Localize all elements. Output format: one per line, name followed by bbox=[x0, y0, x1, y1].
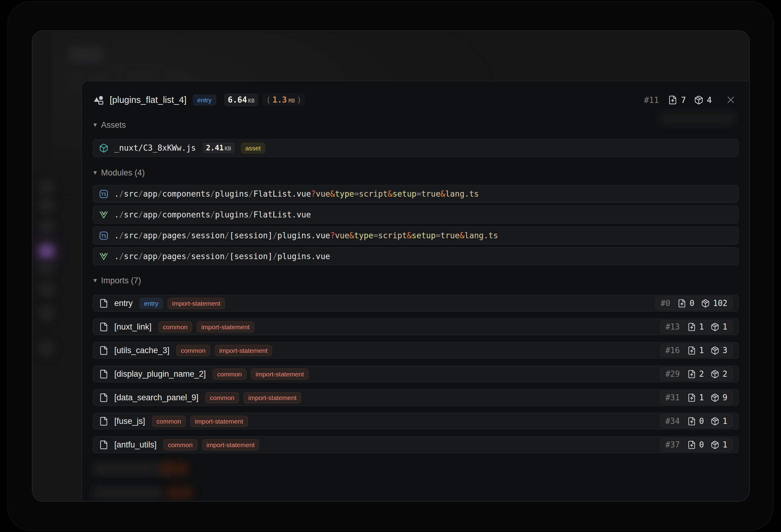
chunk-size-chip: 6.64 KB bbox=[224, 93, 258, 106]
file-import-icon bbox=[668, 95, 677, 105]
import-statement-badge: import-statement bbox=[215, 345, 273, 356]
vue-icon bbox=[99, 210, 109, 220]
close-icon bbox=[726, 95, 736, 105]
import-row[interactable]: [display_plugin_name_2]commonimport-stat… bbox=[93, 366, 739, 382]
assets-section-label: Assets bbox=[101, 120, 126, 130]
import-modules-count: 1 bbox=[723, 440, 727, 449]
sidebar-icon-blurred bbox=[39, 197, 54, 214]
assets-section-header[interactable]: ▼ Assets bbox=[92, 120, 126, 130]
blurred-tab bbox=[168, 74, 192, 82]
chunk-total-value: 1.3 bbox=[273, 95, 287, 104]
sidebar-icon-blurred bbox=[39, 180, 54, 196]
chunk-total-size-chip: ( 1.3 MB ) bbox=[262, 93, 305, 106]
imports-section-header[interactable]: ▼ Imports (7) bbox=[92, 276, 141, 285]
file-import-icon bbox=[687, 346, 696, 355]
import-badges: commonimport-statement bbox=[158, 321, 254, 332]
import-statement-badge: import-statement bbox=[168, 298, 225, 309]
module-row[interactable]: ./src/app/pages/session/[session]/plugin… bbox=[93, 248, 739, 265]
chunk-icon bbox=[93, 94, 104, 106]
common-badge: common bbox=[205, 392, 239, 403]
import-imports-count: 1 bbox=[699, 393, 704, 402]
header-modules-count: 4 bbox=[707, 95, 712, 105]
import-modules-count: 3 bbox=[723, 346, 727, 355]
import-row[interactable]: [data_search_panel_9]commonimport-statem… bbox=[93, 389, 739, 406]
chunk-total-unit: MB bbox=[288, 97, 295, 104]
module-path: ./src/app/components/plugins/FlatList.vu… bbox=[114, 210, 311, 219]
import-stats: #3701 bbox=[660, 438, 733, 451]
import-stats: #3119 bbox=[660, 391, 733, 404]
import-chunk-id: #0 bbox=[661, 299, 670, 308]
modules-list: TS./src/app/components/plugins/FlatList.… bbox=[93, 185, 739, 268]
app-window: [plugins_flat_list_4] entry 6.64 KB ( 1.… bbox=[32, 30, 750, 502]
modules-section-label: Modules (4) bbox=[101, 168, 145, 178]
asset-badge: asset bbox=[241, 142, 265, 154]
import-row[interactable]: [nuxt_link]commonimport-statement#1311 bbox=[93, 318, 739, 335]
blurred-tab bbox=[129, 74, 156, 82]
module-row[interactable]: TS./src/app/pages/session/[session]/plug… bbox=[93, 227, 739, 245]
import-statement-badge: import-statement bbox=[190, 415, 248, 427]
file-import-icon bbox=[687, 393, 696, 402]
import-name: [utils_cache_3] bbox=[114, 346, 169, 355]
common-badge: common bbox=[158, 321, 193, 332]
file-icon bbox=[99, 346, 109, 355]
close-button[interactable] bbox=[726, 95, 736, 105]
panel-header: [plugins_flat_list_4] entry 6.64 KB ( 1.… bbox=[93, 90, 736, 110]
file-icon bbox=[99, 416, 109, 426]
blurred-row bbox=[93, 462, 172, 476]
package-icon bbox=[701, 299, 710, 308]
svg-text:TS: TS bbox=[101, 192, 106, 196]
file-icon bbox=[99, 369, 109, 379]
package-icon bbox=[710, 322, 720, 331]
import-name: [nuxt_link] bbox=[114, 322, 152, 332]
import-row[interactable]: [antfu_utils]commonimport-statement#3701 bbox=[93, 436, 739, 453]
package-icon bbox=[710, 393, 720, 402]
asset-size-chip: 2.41 KB bbox=[203, 142, 234, 153]
import-badges: commonimport-statement bbox=[176, 345, 272, 356]
sidebar-icon-blurred bbox=[39, 260, 54, 276]
device-frame: [plugins_flat_list_4] entry 6.64 KB ( 1.… bbox=[7, 1, 774, 531]
import-row[interactable]: [utils_cache_3]commonimport-statement#16… bbox=[93, 342, 739, 359]
import-badges: entryimport-statement bbox=[139, 298, 225, 309]
sidebar-icon-active-blurred bbox=[39, 243, 54, 259]
chunk-size-value: 6.64 bbox=[228, 95, 247, 104]
import-statement-badge: import-statement bbox=[202, 439, 259, 450]
import-imports-count: 1 bbox=[699, 322, 704, 331]
package-icon bbox=[710, 346, 720, 355]
chunk-id: #11 bbox=[644, 95, 659, 105]
import-imports-count: 0 bbox=[699, 416, 704, 426]
sidebar-icon-blurred bbox=[39, 282, 54, 298]
import-stats: #1311 bbox=[660, 320, 733, 334]
blurred-pagination bbox=[659, 112, 736, 125]
import-badges: commonimport-statement bbox=[163, 439, 259, 450]
import-chunk-id: #31 bbox=[665, 393, 680, 402]
import-badges: commonimport-statement bbox=[152, 415, 248, 427]
import-stats: #00102 bbox=[655, 297, 733, 310]
svg-text:TS: TS bbox=[101, 233, 106, 238]
vue-icon bbox=[99, 252, 109, 261]
modules-section-header[interactable]: ▼ Modules (4) bbox=[92, 168, 145, 178]
import-imports-count: 2 bbox=[699, 369, 704, 379]
file-icon bbox=[99, 393, 109, 402]
blurred-row bbox=[93, 486, 163, 499]
module-path: ./src/app/pages/session/[session]/plugin… bbox=[114, 252, 330, 261]
import-row[interactable]: [fuse_js]commonimport-statement#3401 bbox=[93, 413, 739, 430]
module-row[interactable]: TS./src/app/components/plugins/FlatList.… bbox=[93, 185, 739, 203]
import-modules-count: 9 bbox=[723, 393, 727, 402]
file-import-icon bbox=[687, 322, 696, 331]
import-imports-count: 0 bbox=[699, 440, 704, 449]
import-name: [antfu_utils] bbox=[114, 440, 157, 450]
caret-down-icon: ▼ bbox=[92, 122, 98, 128]
import-chunk-id: #16 bbox=[665, 346, 680, 355]
module-row[interactable]: ./src/app/components/plugins/FlatList.vu… bbox=[93, 206, 739, 224]
chunk-type-badge: entry bbox=[193, 94, 216, 106]
asset-size-value: 2.41 bbox=[206, 144, 224, 152]
import-row[interactable]: entryentryimport-statement#00102 bbox=[93, 295, 739, 311]
import-statement-badge: import-statement bbox=[244, 392, 301, 403]
header-stats: #11 7 4 bbox=[644, 95, 736, 105]
package-icon bbox=[710, 417, 720, 426]
caret-down-icon: ▼ bbox=[92, 277, 98, 284]
common-badge: common bbox=[152, 415, 186, 427]
import-statement-badge: import-statement bbox=[197, 321, 254, 332]
asset-row[interactable]: _nuxt/C3_8xKWw.js 2.41 KB asset bbox=[93, 139, 739, 157]
file-import-icon bbox=[687, 417, 696, 426]
